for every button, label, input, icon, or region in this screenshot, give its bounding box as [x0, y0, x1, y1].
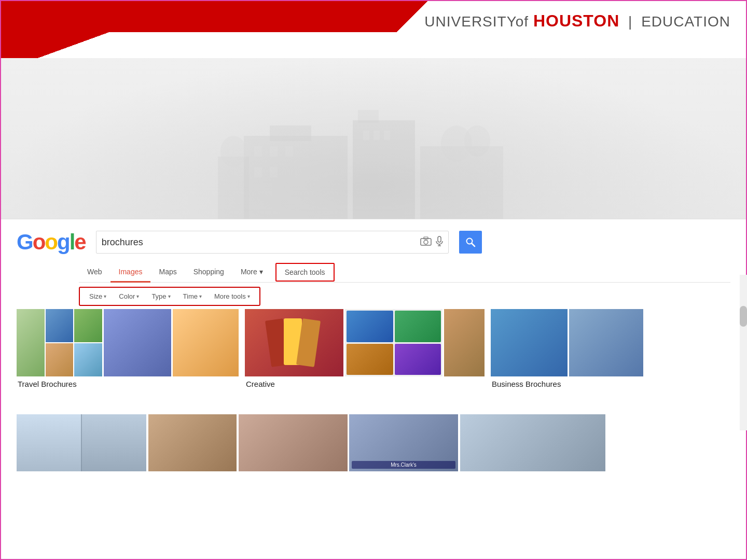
- svg-rect-12: [374, 131, 380, 140]
- search-tools-button[interactable]: Search tools: [275, 263, 335, 282]
- google-section: Google: [1, 219, 746, 309]
- nav-images[interactable]: Images: [110, 262, 151, 283]
- creative-img2[interactable]: [345, 309, 442, 376]
- business-group: Business Brochures: [491, 309, 643, 388]
- creative-img3[interactable]: [444, 309, 485, 376]
- logo-o2: o: [45, 230, 57, 254]
- svg-rect-10: [270, 167, 278, 177]
- business-img1[interactable]: [491, 309, 568, 376]
- nav-web[interactable]: Web: [79, 262, 110, 283]
- travel-img-c: [74, 309, 102, 342]
- nav-shopping[interactable]: Shopping: [185, 262, 232, 283]
- svg-point-16: [464, 125, 490, 157]
- travel-collage[interactable]: [17, 309, 102, 376]
- svg-rect-9: [254, 167, 262, 177]
- search-input[interactable]: [102, 237, 416, 248]
- svg-point-14: [220, 136, 246, 167]
- business-images: [491, 309, 643, 376]
- filter-more-tools[interactable]: More tools ▾: [209, 290, 255, 303]
- creative-group: Creative: [245, 309, 485, 388]
- results-section: Travel Brochures: [1, 309, 746, 471]
- results-row1: Travel Brochures: [17, 309, 730, 388]
- creative-img1[interactable]: [245, 309, 343, 376]
- row2-img5[interactable]: [460, 414, 605, 471]
- camera-icon[interactable]: [420, 236, 432, 248]
- svg-line-24: [472, 244, 475, 247]
- logo-divider: |: [628, 13, 637, 30]
- svg-rect-20: [438, 236, 441, 242]
- results-row2: Mrs.Clark's: [17, 414, 730, 471]
- svg-rect-6: [254, 146, 262, 157]
- logo-l: l: [70, 230, 75, 254]
- search-bar-row: Google: [17, 230, 730, 255]
- business-img2[interactable]: [569, 309, 643, 376]
- filter-color[interactable]: Color ▾: [114, 290, 144, 303]
- svg-rect-11: [363, 131, 369, 140]
- logo-g2: g: [57, 230, 70, 254]
- travel-img-b: [46, 309, 74, 342]
- building-hero: [1, 58, 746, 219]
- university-name: HOUSTON: [533, 11, 619, 30]
- nav-maps[interactable]: Maps: [150, 262, 185, 283]
- filter-time[interactable]: Time ▾: [178, 290, 207, 303]
- microphone-icon[interactable]: [436, 236, 443, 249]
- svg-rect-13: [384, 131, 390, 140]
- logo-e: e: [74, 230, 85, 254]
- row2-img3[interactable]: [239, 414, 348, 471]
- row2-middle-imgs: Mrs.Clark's: [239, 414, 458, 471]
- scrollbar-thumb[interactable]: [740, 306, 747, 327]
- uh-logo: UNIVERSITYof HOUSTON | EDUCATION: [424, 11, 730, 31]
- row2-img1[interactable]: [17, 414, 146, 471]
- travel-img-d: [46, 343, 74, 376]
- travel-images: [17, 309, 239, 376]
- logo-g: G: [17, 230, 33, 254]
- search-input-wrapper: [96, 231, 449, 254]
- travel-img-e: [74, 343, 102, 376]
- svg-rect-4: [270, 125, 311, 141]
- travel-brochures-group: Travel Brochures: [17, 309, 239, 388]
- svg-point-18: [424, 240, 428, 244]
- building-silhouette: [218, 105, 529, 219]
- svg-rect-7: [270, 146, 278, 157]
- filter-type[interactable]: Type ▾: [146, 290, 175, 303]
- filter-size[interactable]: Size ▾: [84, 290, 112, 303]
- travel-img3[interactable]: [173, 309, 239, 376]
- creative-images: [245, 309, 485, 376]
- travel-img-a: [17, 309, 45, 376]
- row2-img2[interactable]: [148, 414, 237, 471]
- row2-img4[interactable]: Mrs.Clark's: [349, 414, 458, 471]
- university-suffix: EDUCATION: [641, 13, 730, 30]
- travel-img2[interactable]: [104, 309, 171, 376]
- business-brochures-label: Business Brochures: [491, 380, 643, 388]
- nav-more[interactable]: More ▾: [232, 262, 271, 283]
- search-nav: Web Images Maps Shopping More ▾ Search t…: [79, 262, 730, 283]
- uh-header: UNIVERSITYof HOUSTON | EDUCATION: [1, 1, 746, 58]
- header-red-accent: [1, 1, 167, 58]
- logo-o1: o: [33, 230, 45, 254]
- travel-brochures-label: Travel Brochures: [17, 380, 239, 388]
- google-logo: Google: [17, 230, 86, 255]
- svg-rect-5: [358, 110, 379, 123]
- university-prefix: UNIVERSITYof: [424, 13, 529, 30]
- creative-label: Creative: [245, 380, 485, 388]
- search-button[interactable]: [459, 231, 482, 254]
- filter-bar: Size ▾ Color ▾ Type ▾ Time ▾ More tools …: [79, 287, 260, 306]
- scrollbar[interactable]: [740, 275, 747, 430]
- svg-rect-8: [285, 146, 293, 157]
